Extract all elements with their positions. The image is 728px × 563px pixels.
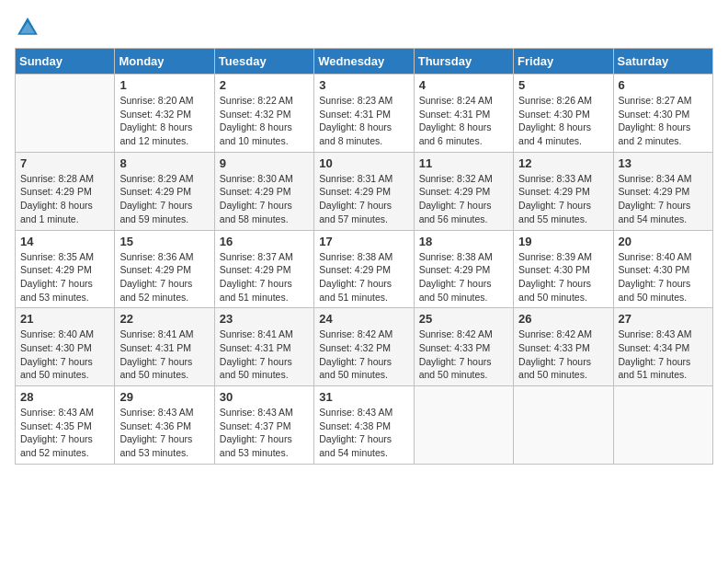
calendar-week-row: 7 Sunrise: 8:28 AMSunset: 4:29 PMDayligh…: [16, 152, 713, 230]
logo-icon: [15, 15, 40, 40]
day-number: 10: [319, 156, 408, 170]
day-number: 9: [220, 156, 309, 170]
calendar-week-row: 28 Sunrise: 8:43 AMSunset: 4:35 PMDaylig…: [16, 386, 713, 465]
day-info: Sunrise: 8:42 AMSunset: 4:33 PMDaylight:…: [518, 327, 608, 382]
day-info: Sunrise: 8:38 AMSunset: 4:29 PMDaylight:…: [419, 250, 508, 304]
calendar-cell: 23 Sunrise: 8:41 AMSunset: 4:31 PMDaylig…: [214, 308, 313, 386]
calendar-cell: 6 Sunrise: 8:27 AMSunset: 4:30 PMDayligh…: [613, 75, 712, 153]
day-info: Sunrise: 8:28 AMSunset: 4:29 PMDaylight:…: [20, 172, 109, 226]
calendar-cell: 30 Sunrise: 8:43 AMSunset: 4:37 PMDaylig…: [214, 386, 313, 465]
day-number: 30: [220, 390, 309, 404]
day-number: 24: [319, 312, 408, 326]
day-number: 16: [220, 235, 309, 248]
calendar-cell: 28 Sunrise: 8:43 AMSunset: 4:35 PMDaylig…: [16, 386, 115, 465]
day-info: Sunrise: 8:30 AMSunset: 4:29 PMDaylight:…: [220, 172, 309, 226]
calendar-cell: 5 Sunrise: 8:26 AMSunset: 4:30 PMDayligh…: [514, 75, 613, 153]
weekday-thursday: Thursday: [414, 49, 513, 75]
calendar-cell: 8 Sunrise: 8:29 AMSunset: 4:29 PMDayligh…: [115, 152, 214, 230]
day-info: Sunrise: 8:23 AMSunset: 4:31 PMDaylight:…: [319, 94, 408, 148]
calendar-cell: 14 Sunrise: 8:35 AMSunset: 4:29 PMDaylig…: [16, 230, 115, 308]
day-info: Sunrise: 8:43 AMSunset: 4:36 PMDaylight:…: [119, 406, 209, 460]
calendar-cell: 19 Sunrise: 8:39 AMSunset: 4:30 PMDaylig…: [514, 230, 613, 308]
day-number: 27: [619, 312, 708, 326]
weekday-monday: Monday: [115, 49, 214, 75]
day-number: 25: [419, 312, 508, 326]
day-number: 13: [619, 156, 708, 170]
day-info: Sunrise: 8:22 AMSunset: 4:32 PMDaylight:…: [220, 94, 309, 148]
calendar-cell: 18 Sunrise: 8:38 AMSunset: 4:29 PMDaylig…: [414, 230, 513, 308]
day-number: 12: [518, 156, 608, 170]
calendar-cell: 2 Sunrise: 8:22 AMSunset: 4:32 PMDayligh…: [214, 75, 313, 153]
day-number: 19: [518, 235, 608, 248]
day-info: Sunrise: 8:43 AMSunset: 4:37 PMDaylight:…: [220, 406, 309, 460]
day-info: Sunrise: 8:27 AMSunset: 4:30 PMDaylight:…: [619, 94, 708, 148]
calendar-cell: [414, 386, 513, 465]
day-number: 11: [419, 156, 508, 170]
calendar-cell: 21 Sunrise: 8:40 AMSunset: 4:30 PMDaylig…: [16, 308, 115, 386]
day-info: Sunrise: 8:43 AMSunset: 4:38 PMDaylight:…: [319, 406, 408, 460]
day-info: Sunrise: 8:32 AMSunset: 4:29 PMDaylight:…: [419, 172, 508, 226]
calendar-cell: 10 Sunrise: 8:31 AMSunset: 4:29 PMDaylig…: [314, 152, 414, 230]
calendar-cell: 7 Sunrise: 8:28 AMSunset: 4:29 PMDayligh…: [16, 152, 115, 230]
day-number: 8: [119, 156, 209, 170]
day-number: 2: [220, 78, 309, 92]
day-info: Sunrise: 8:39 AMSunset: 4:30 PMDaylight:…: [518, 250, 608, 304]
day-number: 14: [20, 235, 109, 248]
calendar-cell: 11 Sunrise: 8:32 AMSunset: 4:29 PMDaylig…: [414, 152, 513, 230]
calendar-cell: 12 Sunrise: 8:33 AMSunset: 4:29 PMDaylig…: [514, 152, 613, 230]
calendar-cell: 3 Sunrise: 8:23 AMSunset: 4:31 PMDayligh…: [314, 75, 414, 153]
calendar-cell: 15 Sunrise: 8:36 AMSunset: 4:29 PMDaylig…: [115, 230, 214, 308]
calendar-cell: 24 Sunrise: 8:42 AMSunset: 4:32 PMDaylig…: [314, 308, 414, 386]
weekday-sunday: Sunday: [16, 49, 115, 75]
calendar-week-row: 14 Sunrise: 8:35 AMSunset: 4:29 PMDaylig…: [16, 230, 713, 308]
calendar-table: SundayMondayTuesdayWednesdayThursdayFrid…: [15, 48, 713, 465]
calendar-cell: 31 Sunrise: 8:43 AMSunset: 4:38 PMDaylig…: [314, 386, 414, 465]
calendar-cell: [613, 386, 712, 465]
weekday-header-row: SundayMondayTuesdayWednesdayThursdayFrid…: [16, 49, 713, 75]
day-number: 6: [619, 78, 708, 92]
calendar-cell: 13 Sunrise: 8:34 AMSunset: 4:29 PMDaylig…: [613, 152, 712, 230]
day-number: 5: [518, 78, 608, 92]
day-info: Sunrise: 8:43 AMSunset: 4:35 PMDaylight:…: [20, 406, 109, 460]
day-info: Sunrise: 8:38 AMSunset: 4:29 PMDaylight:…: [319, 250, 408, 304]
day-info: Sunrise: 8:24 AMSunset: 4:31 PMDaylight:…: [419, 94, 508, 148]
weekday-friday: Friday: [514, 49, 613, 75]
calendar-cell: [16, 75, 115, 153]
calendar-cell: 17 Sunrise: 8:38 AMSunset: 4:29 PMDaylig…: [314, 230, 414, 308]
day-info: Sunrise: 8:42 AMSunset: 4:33 PMDaylight:…: [419, 327, 508, 382]
calendar-week-row: 21 Sunrise: 8:40 AMSunset: 4:30 PMDaylig…: [16, 308, 713, 386]
day-info: Sunrise: 8:20 AMSunset: 4:32 PMDaylight:…: [119, 94, 209, 148]
day-info: Sunrise: 8:43 AMSunset: 4:34 PMDaylight:…: [619, 327, 708, 382]
logo: [15, 15, 44, 40]
day-info: Sunrise: 8:26 AMSunset: 4:30 PMDaylight:…: [518, 94, 608, 148]
day-info: Sunrise: 8:36 AMSunset: 4:29 PMDaylight:…: [119, 250, 209, 304]
day-number: 21: [20, 312, 109, 326]
day-info: Sunrise: 8:41 AMSunset: 4:31 PMDaylight:…: [119, 327, 209, 382]
day-info: Sunrise: 8:41 AMSunset: 4:31 PMDaylight:…: [220, 327, 309, 382]
day-info: Sunrise: 8:31 AMSunset: 4:29 PMDaylight:…: [319, 172, 408, 226]
day-number: 23: [220, 312, 309, 326]
day-info: Sunrise: 8:40 AMSunset: 4:30 PMDaylight:…: [619, 250, 708, 304]
calendar-week-row: 1 Sunrise: 8:20 AMSunset: 4:32 PMDayligh…: [16, 75, 713, 153]
day-info: Sunrise: 8:40 AMSunset: 4:30 PMDaylight:…: [20, 327, 109, 382]
weekday-saturday: Saturday: [613, 49, 712, 75]
calendar-cell: [514, 386, 613, 465]
day-info: Sunrise: 8:33 AMSunset: 4:29 PMDaylight:…: [518, 172, 608, 226]
calendar-cell: 9 Sunrise: 8:30 AMSunset: 4:29 PMDayligh…: [214, 152, 313, 230]
calendar-cell: 22 Sunrise: 8:41 AMSunset: 4:31 PMDaylig…: [115, 308, 214, 386]
calendar-cell: 4 Sunrise: 8:24 AMSunset: 4:31 PMDayligh…: [414, 75, 513, 153]
day-number: 28: [20, 390, 109, 404]
day-info: Sunrise: 8:34 AMSunset: 4:29 PMDaylight:…: [619, 172, 708, 226]
weekday-tuesday: Tuesday: [214, 49, 313, 75]
calendar-cell: 1 Sunrise: 8:20 AMSunset: 4:32 PMDayligh…: [115, 75, 214, 153]
day-number: 20: [619, 235, 708, 248]
day-number: 17: [319, 235, 408, 248]
calendar-cell: 29 Sunrise: 8:43 AMSunset: 4:36 PMDaylig…: [115, 386, 214, 465]
calendar-cell: 25 Sunrise: 8:42 AMSunset: 4:33 PMDaylig…: [414, 308, 513, 386]
day-info: Sunrise: 8:35 AMSunset: 4:29 PMDaylight:…: [20, 250, 109, 304]
day-info: Sunrise: 8:29 AMSunset: 4:29 PMDaylight:…: [119, 172, 209, 226]
day-info: Sunrise: 8:42 AMSunset: 4:32 PMDaylight:…: [319, 327, 408, 382]
weekday-wednesday: Wednesday: [314, 49, 414, 75]
day-number: 7: [20, 156, 109, 170]
day-number: 15: [119, 235, 209, 248]
